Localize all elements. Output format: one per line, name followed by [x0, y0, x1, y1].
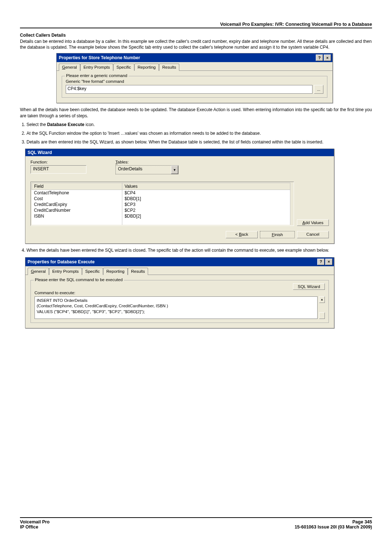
back-button[interactable]: < Back — [226, 231, 258, 238]
dialog-titlebar: Properties for Store Telephone Number ? … — [57, 53, 332, 62]
finish-button[interactable]: Finish — [260, 231, 295, 238]
tables-combo[interactable]: OrderDetails ▼ — [115, 165, 179, 174]
table-row: Cost$DBD[1] — [32, 196, 290, 202]
command-to-execute-label: Command to execute: — [34, 291, 325, 295]
help-icon[interactable]: ? — [317, 259, 324, 265]
step-list-cont: When the details have been entered the S… — [20, 247, 372, 253]
tab-specific[interactable]: Specific — [113, 64, 134, 71]
tables-value: OrderDetails — [116, 166, 171, 173]
column-values: Values — [122, 183, 290, 190]
table-row: ISBN$DBD[2] — [32, 213, 290, 219]
scroll-up-icon: ▲ — [319, 296, 325, 303]
tab-entry-prompts[interactable]: Entry Prompts — [49, 268, 82, 275]
tab-results[interactable]: Results — [128, 268, 148, 275]
function-label: Function: — [30, 160, 86, 164]
sql-command-fieldset: Please enter the SQL command to be execu… — [30, 280, 329, 323]
tab-reporting[interactable]: Reporting — [103, 268, 128, 275]
page-header: Voicemail Pro Examples: IVR: Connecting … — [20, 22, 372, 28]
tab-strip: General Entry Prompts Specific Reporting… — [57, 62, 332, 71]
step-3: Details are then entered into the SQL Wi… — [26, 139, 372, 145]
generic-command-fieldset: Please enter a generic command Generic "… — [62, 76, 327, 98]
mid-paragraph: When all the details have been collected… — [20, 107, 372, 118]
breadcrumb-header: Voicemail Pro Examples: IVR: Connecting … — [20, 22, 372, 27]
sql-wizard-title: SQL Wizard — [28, 150, 52, 155]
fieldset-legend: Please enter a generic command — [65, 73, 128, 78]
cancel-button[interactable]: Cancel — [297, 231, 329, 238]
table-row: ContactTelephone$CP4 — [32, 190, 290, 196]
tab-general[interactable]: General — [59, 64, 80, 71]
step-2: At the SQL Function window the option to… — [26, 130, 372, 136]
footer-series: IP Office — [20, 524, 50, 530]
tables-label: Tables: — [115, 160, 179, 164]
chevron-down-icon[interactable]: ▼ — [171, 166, 178, 174]
add-values-button[interactable]: Add Values — [297, 219, 329, 226]
page-footer: Voicemail Pro IP Office Page 345 15-6010… — [20, 517, 372, 530]
section-title: Collect Callers Details — [20, 33, 372, 38]
footer-issue: 15-601063 Issue 20l (03 March 2009) — [295, 524, 372, 530]
command-input[interactable]: CP4:$key — [66, 85, 313, 94]
table-row: CreditCardExpiry$CP3 — [32, 202, 290, 207]
command-textarea[interactable]: INSERT INTO OrderDetails (ContactTelepho… — [34, 296, 318, 319]
close-icon[interactable]: × — [325, 259, 332, 265]
tab-entry-prompts[interactable]: Entry Prompts — [80, 64, 113, 71]
tab-strip: General Entry Prompts Specific Reporting… — [25, 266, 334, 275]
function-value: INSERT — [30, 165, 86, 174]
field-value-grid: FieldValues ContactTelephone$CP4 Cost$DB… — [30, 182, 294, 226]
sql-wizard-titlebar: SQL Wizard — [25, 149, 334, 156]
sql-wizard-dialog: SQL Wizard Function: INSERT Tables: Orde… — [25, 149, 334, 244]
browse-button[interactable]: ... — [314, 85, 323, 94]
dialog-title: Properties for Database Execute — [28, 259, 95, 264]
store-telephone-dialog: Properties for Store Telephone Number ? … — [56, 53, 333, 103]
tables-field: Tables: OrderDetails ▼ — [115, 160, 179, 174]
table-row: CreditCardNumber$CP2 — [32, 207, 290, 213]
sql-wizard-button[interactable]: SQL Wizard — [293, 283, 325, 290]
function-field: Function: INSERT — [30, 160, 86, 174]
intro-paragraph: Details can be entered into a database b… — [20, 39, 372, 50]
fieldset-legend: Please enter the SQL command to be execu… — [34, 278, 124, 282]
dialog-titlebar: Properties for Database Execute ? × — [25, 258, 334, 266]
dialog-title: Properties for Store Telephone Number — [59, 55, 140, 60]
scrollbar[interactable]: ▲ — [319, 296, 325, 319]
step-list: Select the Database Execute icon. At the… — [20, 122, 372, 145]
tab-results[interactable]: Results — [159, 64, 179, 71]
tab-specific[interactable]: Specific — [82, 268, 103, 275]
footer-page: Page 345 — [295, 519, 372, 524]
help-icon[interactable]: ? — [316, 54, 323, 61]
step-1: Select the Database Execute icon. — [26, 122, 372, 127]
close-icon[interactable]: × — [324, 54, 331, 61]
column-field: Field — [32, 183, 122, 190]
command-label: Generic "free format" command — [66, 79, 323, 84]
tab-reporting[interactable]: Reporting — [134, 64, 159, 71]
tab-general[interactable]: General — [28, 268, 49, 275]
database-execute-dialog: Properties for Database Execute ? × Gene… — [25, 257, 334, 328]
step-4: When the details have been entered the S… — [26, 247, 372, 253]
footer-product: Voicemail Pro — [20, 519, 50, 524]
